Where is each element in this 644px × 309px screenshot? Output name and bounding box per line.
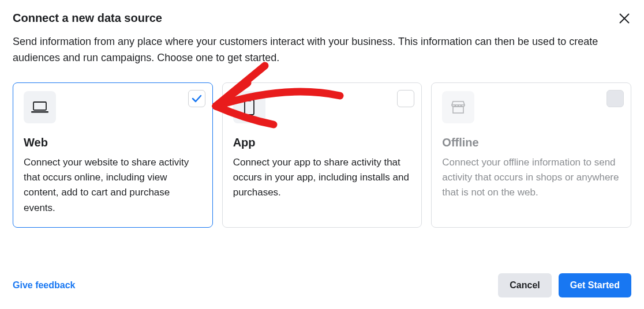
phone-icon	[233, 91, 265, 123]
svg-rect-2	[245, 100, 254, 115]
card-offline-desc: Connect your offline information to send…	[442, 155, 620, 201]
card-offline-title: Offline	[442, 136, 620, 149]
source-cards: Web Connect your website to share activi…	[13, 82, 631, 228]
close-icon[interactable]	[617, 12, 631, 27]
store-icon	[442, 91, 474, 123]
svg-rect-3	[248, 101, 251, 101]
cancel-button[interactable]: Cancel	[498, 273, 551, 297]
card-app[interactable]: App Connect your app to share activity t…	[222, 82, 422, 228]
checkbox-web[interactable]	[188, 90, 205, 107]
modal-title: Connect a new data source	[13, 12, 162, 25]
card-web-desc: Connect your website to share activity t…	[24, 155, 202, 216]
laptop-icon	[24, 91, 56, 123]
card-app-title: App	[233, 136, 411, 149]
get-started-button[interactable]: Get Started	[559, 273, 631, 297]
svg-rect-1	[31, 111, 48, 113]
checkbox-offline	[606, 90, 624, 107]
card-app-desc: Connect your app to share activity that …	[233, 155, 411, 201]
modal-subtitle: Send information from any place where yo…	[13, 34, 624, 66]
card-offline[interactable]: Offline Connect your offline information…	[431, 82, 631, 228]
card-web-title: Web	[24, 136, 202, 149]
svg-rect-0	[33, 102, 46, 110]
checkbox-app[interactable]	[397, 90, 414, 107]
give-feedback-link[interactable]: Give feedback	[13, 280, 76, 291]
modal-footer: Give feedback Cancel Get Started	[13, 273, 631, 297]
svg-rect-4	[453, 107, 463, 113]
card-web[interactable]: Web Connect your website to share activi…	[13, 82, 213, 228]
footer-buttons: Cancel Get Started	[498, 273, 631, 297]
